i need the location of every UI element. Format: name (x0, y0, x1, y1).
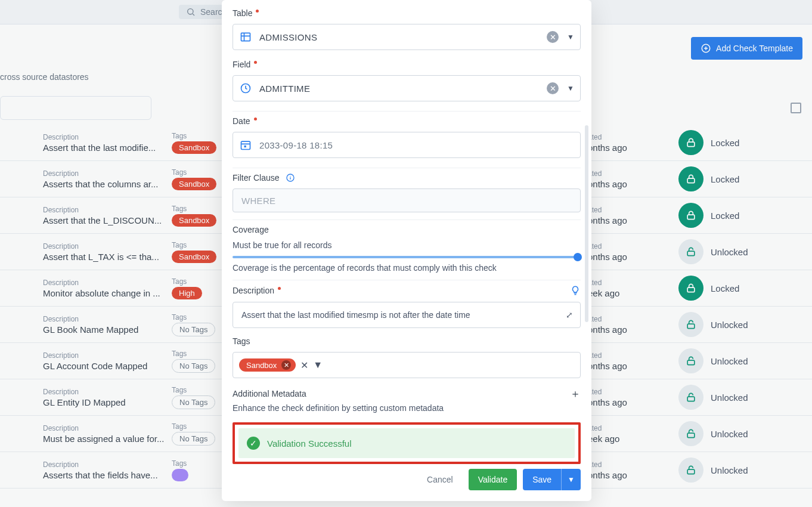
chevron-down-icon[interactable]: ▼ (313, 360, 323, 370)
modal-footer: Cancel Validate Save ▼ (417, 469, 581, 490)
save-split-button: Save ▼ (523, 469, 581, 490)
required-dot (256, 10, 259, 13)
metadata-label: Additional Metadata (233, 389, 306, 398)
field-field-label: Field (233, 60, 581, 69)
description-label: Description (233, 286, 281, 295)
svg-rect-23 (244, 146, 246, 147)
tag-chip: Sandbox ✕ (239, 358, 296, 372)
table-value: ADMISSIONS (259, 32, 317, 42)
filter-placeholder: WHERE (241, 196, 275, 206)
table-icon (239, 30, 252, 44)
label-text: Table (233, 8, 252, 18)
slider-thumb[interactable] (574, 253, 582, 261)
label-text: Coverage (233, 225, 269, 234)
scrollbar[interactable] (585, 125, 588, 322)
metadata-help: Enhance the check definition by setting … (233, 403, 581, 413)
add-metadata-icon[interactable]: ＋ (570, 387, 581, 401)
description-header: Description (233, 285, 581, 296)
label-text: Field (233, 60, 250, 69)
coverage-slider[interactable] (233, 256, 581, 258)
tags-select[interactable]: Sandbox ✕ ✕ ▼ (233, 352, 581, 378)
validate-button[interactable]: Validate (469, 469, 517, 490)
save-button[interactable]: Save (523, 469, 561, 490)
field-select[interactable]: ADMITTIME ✕ ▼ (233, 75, 581, 101)
svg-rect-17 (241, 33, 250, 41)
bulb-icon[interactable] (570, 285, 581, 296)
field-value: ADMITTIME (259, 84, 310, 94)
description-value: Assert that the last modified timesmp is… (241, 310, 470, 320)
required-dot (278, 287, 281, 290)
filter-input[interactable]: WHERE (233, 188, 581, 212)
clear-icon[interactable]: ✕ (547, 82, 559, 94)
clear-icon[interactable]: ✕ (300, 360, 308, 371)
clear-icon[interactable]: ✕ (547, 31, 559, 43)
tags-label: Tags (233, 336, 581, 346)
remove-tag-icon[interactable]: ✕ (281, 360, 291, 370)
cancel-button[interactable]: Cancel (417, 469, 463, 490)
save-caret[interactable]: ▼ (561, 469, 581, 490)
expand-icon[interactable]: ⤢ (566, 310, 573, 320)
divider (233, 220, 581, 220)
date-input[interactable]: 2033-09-18 18:15 (233, 132, 581, 158)
validation-msg: Validation Successful (267, 438, 351, 449)
metadata-header: Additional Metadata ＋ (233, 387, 581, 401)
clock-icon (239, 82, 252, 95)
required-dot (254, 61, 257, 64)
check-modal: Table ADMISSIONS ✕ ▼ Field ADMITTIME ✕ ▼… (222, 0, 591, 501)
coverage-line1: Must be true for all records (233, 240, 581, 250)
date-field-label: Date (233, 116, 581, 126)
required-dot (254, 118, 257, 120)
label-text: Description (233, 286, 274, 295)
divider (233, 111, 581, 112)
filter-label: Filter Clause (233, 173, 581, 183)
chevron-down-icon[interactable]: ▼ (567, 33, 574, 41)
calendar-icon (239, 138, 252, 152)
check-circle-icon: ✓ (247, 437, 260, 450)
svg-point-26 (290, 176, 290, 177)
divider (233, 168, 581, 168)
table-select[interactable]: ADMISSIONS ✕ ▼ (233, 24, 581, 50)
chevron-down-icon[interactable]: ▼ (567, 84, 574, 92)
info-icon[interactable] (286, 173, 295, 183)
date-value: 2033-09-18 18:15 (259, 140, 333, 150)
label-text: Tags (233, 336, 250, 346)
table-field-label: Table (233, 8, 581, 18)
validation-inner: ✓ Validation Successful (238, 428, 575, 458)
divider (233, 280, 581, 280)
validation-banner: ✓ Validation Successful (233, 422, 581, 464)
coverage-label: Coverage (233, 225, 581, 234)
label-text: Filter Clause (233, 173, 280, 183)
label-text: Date (233, 116, 250, 126)
description-input[interactable]: Assert that the last modified timesmp is… (233, 302, 581, 328)
coverage-help: Coverage is the percentage of records th… (233, 263, 581, 273)
tag-chip-label: Sandbox (246, 361, 277, 370)
